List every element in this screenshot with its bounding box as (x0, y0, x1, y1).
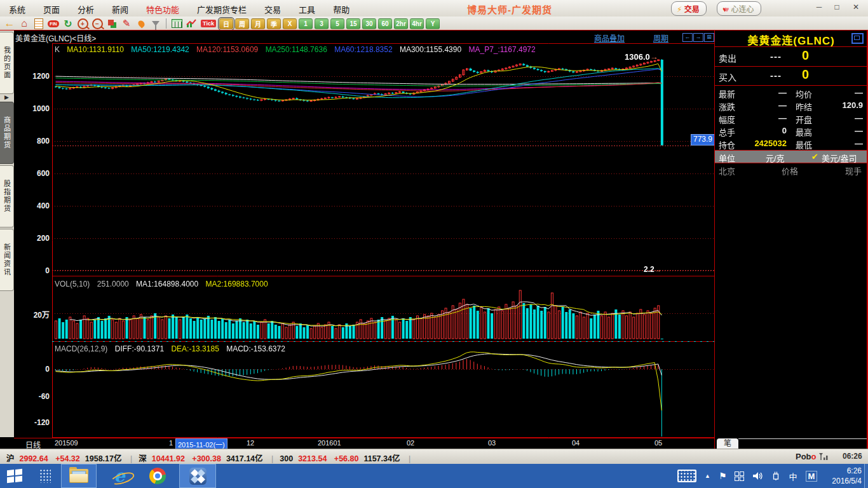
y-axis-label: 1000 (15, 104, 50, 113)
status-bar: 沪2992.64 +54.321958.17亿 | 深10441.92 +300… (0, 449, 868, 464)
sidebar-tab-my-pages[interactable]: 我的页面 (0, 32, 14, 94)
period-5min-button[interactable]: 5 (330, 18, 344, 29)
volume-icon[interactable] (752, 471, 763, 481)
menu-gf-column[interactable]: 广发期货专栏 (188, 0, 255, 15)
finance-icon[interactable]: FIN (47, 18, 60, 29)
period-15min-button[interactable]: 15 (346, 18, 360, 29)
period-week-button[interactable]: 周 (235, 18, 249, 29)
field-label: 最新 (719, 88, 735, 100)
period-day-button[interactable]: 日 (219, 18, 233, 29)
buy-label: 买入 (719, 71, 736, 83)
ime-language-icon[interactable]: 中 (789, 470, 797, 482)
tick-chart-button[interactable]: Tick (200, 18, 217, 29)
y-axis-label: 800 (15, 137, 50, 146)
zoom-in-icon[interactable]: + (76, 18, 89, 29)
pencil-icon[interactable]: ✎ (120, 18, 133, 29)
date-tick: 201601 (318, 439, 341, 447)
zoom-out-icon[interactable]: − (91, 18, 104, 29)
menu-page[interactable]: 页面 (34, 0, 69, 15)
flag-icon[interactable]: ⚑ (719, 471, 727, 481)
ime-mode-icon[interactable]: M (806, 471, 818, 482)
sidebar-tab-index-futures[interactable]: 股指期货 (0, 165, 14, 227)
y-axis-label: 200 (15, 234, 50, 243)
expand-arrow-icon[interactable]: ▶ (4, 94, 9, 100)
field-label: 持仓 (719, 139, 735, 151)
macd-axis-label: 0 (15, 365, 50, 374)
restore-panel-icon[interactable] (851, 33, 864, 44)
brush-icon[interactable] (135, 18, 147, 29)
filter-icon[interactable] (149, 18, 162, 29)
field-value: — (818, 88, 863, 97)
period-x-button[interactable]: X (283, 18, 297, 29)
chart-symbol-title: 美黄金连(GLNC)<日线> (15, 32, 96, 43)
menu-system[interactable]: 系统 (0, 0, 34, 15)
layers-icon[interactable] (105, 18, 118, 29)
buy-qty: 0 (802, 67, 809, 82)
frame-line (14, 438, 714, 438)
date-axis: 日线 201509 1 2015-11-02(一) 12 201601 02 0… (0, 438, 714, 449)
pobo-app-button[interactable] (179, 464, 216, 488)
maximize-button[interactable]: □ (829, 1, 845, 14)
period-quarter-button[interactable]: 季 (267, 18, 281, 29)
menu-tools[interactable]: 工具 (290, 0, 324, 15)
period-1min-button[interactable]: 1 (299, 18, 313, 29)
power-plug-icon[interactable] (771, 471, 780, 481)
taskbar-clock[interactable]: 6:26 2016/5/4 (832, 466, 862, 486)
back-icon[interactable]: ← (3, 18, 16, 29)
sell-price: --- (770, 51, 782, 62)
menu-help[interactable]: 帮助 (324, 0, 358, 15)
keyboard-icon[interactable] (677, 470, 696, 482)
taskbar: e ▲ ⚑ 中 M 6:26 2016/5/4 (0, 464, 868, 488)
show-desktop-button[interactable] (864, 464, 868, 488)
field-value: — (742, 100, 787, 110)
quote-symbol-title: 美黄金连(GLNC) (714, 32, 868, 48)
sidebar-tab-commodity-futures[interactable]: 商品期货 (0, 102, 14, 164)
trend-chart-icon[interactable] (185, 18, 198, 29)
refresh-icon[interactable]: ↻ (62, 18, 74, 29)
date-tick: 1 (169, 439, 173, 447)
period-year-button[interactable]: Y (426, 18, 440, 29)
check-icon: ✔ (811, 152, 818, 161)
chrome-button[interactable] (141, 464, 174, 488)
period-link[interactable]: 周期 (653, 32, 668, 43)
period-3min-button[interactable]: 3 (315, 18, 329, 29)
field-label: 最低 (796, 139, 812, 151)
menu-trade[interactable]: 交易 (255, 0, 290, 15)
y-axis-label: 400 (15, 201, 50, 210)
internet-explorer-button[interactable]: e (103, 464, 136, 488)
prev-window-icon[interactable]: ← (682, 33, 693, 42)
menu-news[interactable]: 新闻 (103, 0, 137, 15)
heart-link-button[interactable]: ♥♥ 心连心 (717, 1, 761, 16)
touch-keyboard-button[interactable] (36, 464, 55, 488)
next-window-icon[interactable]: → (693, 33, 703, 42)
sidebar-tab-news-info[interactable]: 新闻资讯 (0, 229, 14, 291)
index-shanghai: 沪2992.64 +54.321958.17亿 | (6, 452, 132, 464)
period-60min-button[interactable]: 60 (378, 18, 392, 29)
quote-table-icon[interactable] (170, 18, 183, 29)
period-2hr-button[interactable]: 2hr (394, 18, 408, 29)
start-button[interactable] (0, 464, 29, 488)
pen-tab[interactable]: 笔 (717, 438, 738, 449)
price-volume-macd-canvas[interactable] (52, 43, 714, 438)
volume-axis-label: 20万 (15, 309, 50, 320)
network-icon[interactable] (735, 471, 744, 481)
trade-button[interactable]: ⚡ 交易 (671, 1, 707, 16)
overlay-link[interactable]: 商品叠加 (594, 32, 625, 43)
system-tray: ▲ ⚑ 中 M (677, 464, 817, 488)
hidden-icons-arrow[interactable]: ▲ (705, 473, 710, 479)
field-value: 120.9 (818, 100, 863, 110)
home-icon[interactable]: ⌂ (18, 18, 31, 29)
close-button[interactable]: ✕ (848, 1, 864, 14)
document-icon[interactable] (32, 18, 45, 29)
file-explorer-button[interactable] (61, 464, 97, 488)
field-value: — (742, 113, 787, 123)
period-30min-button[interactable]: 30 (362, 18, 376, 29)
menu-analysis[interactable]: 分析 (69, 0, 103, 15)
menu-features[interactable]: 特色功能 (137, 0, 188, 15)
period-4hr-button[interactable]: 4hr (410, 18, 424, 29)
split-window-icon[interactable]: ⊞ (704, 33, 714, 42)
minimize-button[interactable]: ─ (811, 1, 827, 14)
ie-icon: e (114, 468, 125, 484)
period-month-button[interactable]: 月 (251, 18, 265, 29)
clock-time: 6:26 (832, 466, 862, 476)
